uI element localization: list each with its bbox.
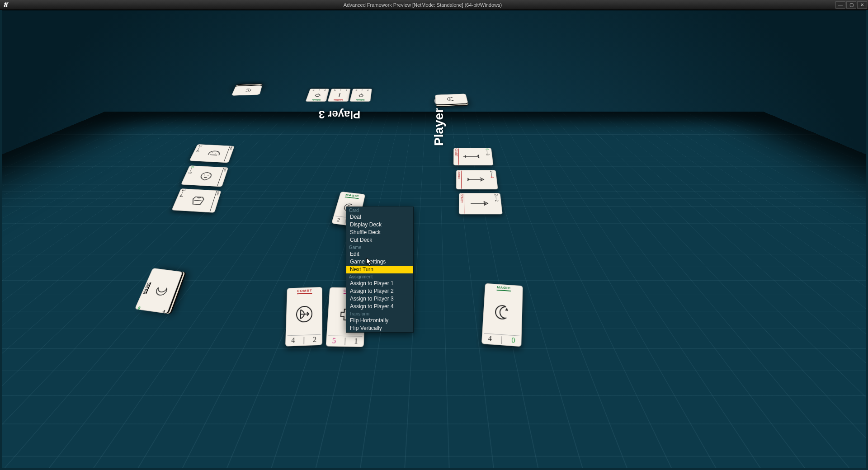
- player4-label: Player 4: [229, 150, 243, 199]
- menu-group-transform: Transform: [346, 310, 413, 317]
- bow-icon: [288, 293, 321, 335]
- bulb-icon: [307, 91, 328, 100]
- menu-item-flip-horizontal[interactable]: Flip Horizontally: [346, 317, 413, 324]
- card-stats: 4|0: [483, 333, 520, 345]
- player3-card-2[interactable]: COMBT 1|3: [327, 89, 350, 101]
- moon-icon: [484, 290, 521, 336]
- balloon-icon: [351, 91, 371, 100]
- sword-icon: [329, 91, 349, 100]
- minimize-button[interactable]: —: [835, 1, 845, 9]
- svg-point-1: [315, 94, 321, 97]
- mouse-cursor-icon: [366, 258, 373, 266]
- menu-item-shuffle-deck[interactable]: Shuffle Deck: [346, 229, 413, 236]
- menu-item-next-turn[interactable]: Next Turn: [346, 266, 413, 273]
- maximize-button[interactable]: ▢: [846, 1, 856, 9]
- moon-icon: [436, 94, 467, 104]
- player4-card-3[interactable]: 2—4 DEF: [171, 188, 221, 213]
- card-stats: 5|1: [328, 335, 363, 345]
- spear-icon: [464, 194, 495, 214]
- context-menu: Card Deal Display Deck Shuffle Deck Cut …: [346, 207, 414, 333]
- player3-card-3[interactable]: MAGIC 2|2: [349, 89, 372, 101]
- window-controls: — ▢ ✕: [835, 1, 867, 9]
- close-button[interactable]: ✕: [857, 1, 867, 9]
- player4-card-2[interactable]: 0—3 DEF: [181, 165, 228, 187]
- menu-group-card: Card: [346, 207, 413, 213]
- card-type-label: COMBT: [455, 149, 459, 165]
- moon-icon: [233, 86, 261, 95]
- game-viewport[interactable]: Player 1 Player 2 Player 3 Player 4 COMB…: [2, 10, 866, 468]
- card-stats: 0—3: [485, 149, 492, 165]
- menu-item-assign-player-4[interactable]: Assign to Player 4: [346, 303, 413, 310]
- unreal-logo-icon: 𝖀: [0, 0, 10, 10]
- card-stats: 1|3: [332, 89, 350, 91]
- menu-item-cut-deck[interactable]: Cut Deck: [346, 236, 413, 244]
- menu-group-game: Game: [346, 244, 413, 250]
- card-type-label: COMBT: [458, 171, 462, 189]
- menu-item-flip-vertical[interactable]: Flip Vertically: [346, 324, 413, 332]
- menu-item-assign-player-1[interactable]: Assign to Player 1: [346, 280, 413, 287]
- player1-card-1[interactable]: COMBT 4|2: [285, 287, 322, 347]
- player2-deck[interactable]: [435, 94, 468, 104]
- card-stats: 4|2: [287, 334, 321, 345]
- window-title: Advanced Framework Preview [NetMode: Sta…: [10, 2, 835, 8]
- player2-card-1[interactable]: COMBT 0—3: [453, 148, 494, 165]
- menu-item-deal[interactable]: Deal: [346, 213, 413, 221]
- menu-item-display-deck[interactable]: Display Deck: [346, 221, 413, 229]
- player3-deck[interactable]: [231, 85, 262, 96]
- menu-item-edit[interactable]: Edit: [346, 250, 413, 258]
- card-stats: 2|2: [310, 89, 328, 91]
- grid-floor: [2, 10, 866, 112]
- card-stats: 2|2: [353, 89, 371, 91]
- card-stats: 2—4: [489, 171, 496, 189]
- menu-item-assign-player-2[interactable]: Assign to Player 2: [346, 287, 413, 295]
- player1-card-3[interactable]: MAGIC 4|0: [481, 283, 523, 347]
- card-type-label: COMBT: [333, 99, 343, 101]
- player3-label: Player 3: [319, 108, 360, 121]
- player2-card-3[interactable]: COMBT 2—2: [459, 193, 503, 214]
- menu-item-game-settings[interactable]: Game Settings: [346, 258, 413, 266]
- player2-label: Player 2: [432, 98, 446, 146]
- arrow-icon: [462, 171, 491, 189]
- player2-card-2[interactable]: COMBT 2—4: [456, 170, 498, 189]
- player4-card-1[interactable]: 2—4 DEF: [189, 144, 234, 163]
- card-type-label: MAGIC: [311, 99, 321, 101]
- menu-item-assign-player-3[interactable]: Assign to Player 3: [346, 295, 413, 303]
- menu-group-assignment: Assignment: [346, 273, 413, 280]
- card-type-label: MAGIC: [355, 99, 364, 101]
- player3-card-1[interactable]: MAGIC 2|2: [306, 89, 330, 101]
- sword-icon: [459, 149, 486, 165]
- svg-point-2: [359, 94, 363, 97]
- window-titlebar: 𝖀 Advanced Framework Preview [NetMode: S…: [0, 0, 868, 10]
